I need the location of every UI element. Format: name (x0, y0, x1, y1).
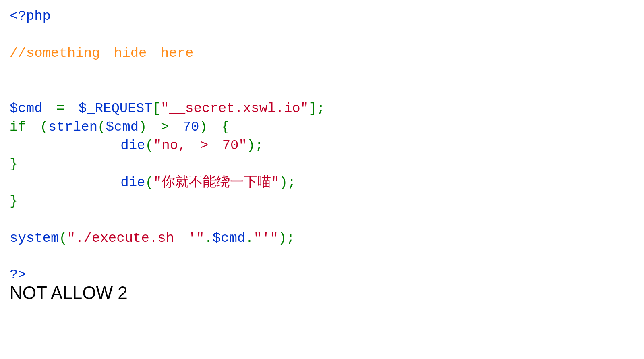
var-cmd: $cmd (10, 101, 43, 116)
string-exec-b: "'" (254, 230, 278, 246)
system-paren-close-semi: ); (278, 230, 295, 246)
comment-line: //something hide here (10, 46, 193, 61)
system-paren-open: ( (59, 230, 67, 246)
brace-close-1: } (10, 156, 18, 172)
operator-dot2: . (245, 230, 253, 246)
footer-text: NOT ALLOW 2 (0, 283, 644, 303)
php-close-tag: ?> (10, 267, 26, 282)
php-open-tag: <?php (10, 8, 51, 24)
fn-strlen: strlen (48, 119, 97, 135)
fn-die2: die (120, 175, 145, 190)
operator-gt: > (161, 119, 169, 135)
var-cmd-ref2: $cmd (213, 230, 246, 246)
string-exec-a: "./execute.sh '" (67, 230, 204, 246)
string-die1: "no, > 70" (153, 138, 247, 153)
php-code-block: <?php //something hide here $cmd = $_REQ… (0, 0, 644, 284)
brace-open: { (221, 119, 229, 135)
literal-70: 70 (183, 119, 199, 135)
keyword-if: if (10, 119, 26, 135)
paren-close-inner: ) (139, 119, 147, 135)
string-die2: "你就不能绕一下喵" (153, 175, 280, 190)
bracket-close-semi: ]; (309, 101, 325, 116)
paren-open-inner: ( (97, 119, 106, 135)
die2-paren-open: ( (145, 175, 153, 190)
paren-open: ( (40, 119, 48, 135)
die1-paren-close-semi: ); (247, 138, 263, 153)
bracket-open: [ (152, 101, 160, 116)
var-cmd-ref: $cmd (106, 119, 139, 135)
string-key: "__secret.xswl.io" (161, 101, 309, 116)
die2-paren-close-semi: ); (280, 175, 296, 190)
operator-dot1: . (204, 230, 212, 246)
operator-assign: = (56, 101, 64, 116)
paren-close: ) (199, 119, 207, 135)
var-request: $_REQUEST (79, 101, 153, 116)
brace-close-2: } (10, 193, 18, 209)
fn-die1: die (120, 138, 145, 153)
fn-system: system (10, 230, 59, 246)
die1-paren-open: ( (145, 138, 153, 153)
